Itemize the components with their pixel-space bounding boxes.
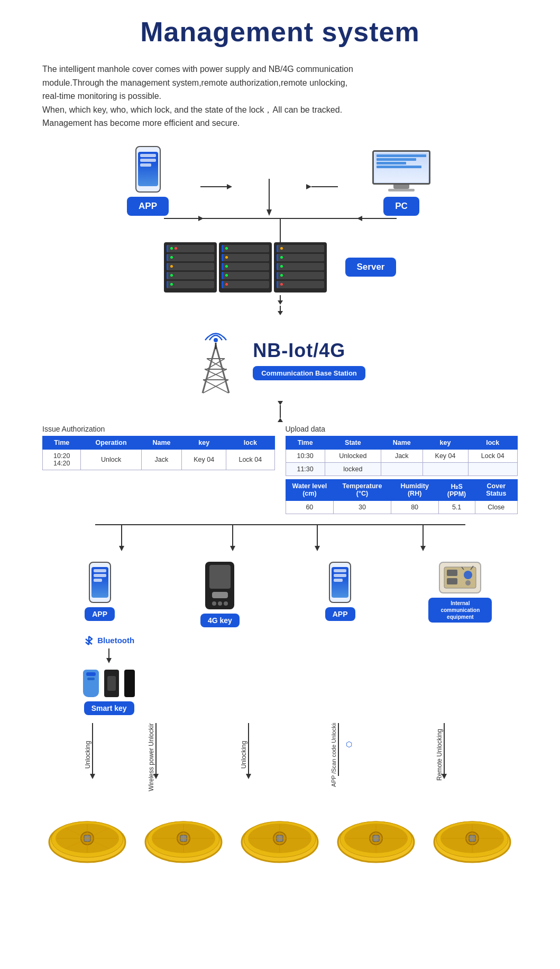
upload-data-table-2: Water level (cm) Temperature (°C) Humidi… [286,479,518,514]
bluetooth-label: Bluetooth [97,636,134,645]
upload-row-1: 10:30 Unlocked Jack Key 04 Lock 04 [286,449,518,462]
svg-marker-1 [227,184,232,189]
device-internal: Internal communication equipment [403,562,518,623]
internal-equip-icon [439,562,481,593]
upload-col-water: Water level (cm) [286,479,334,500]
device-internal-badge: Internal communication equipment [428,598,492,623]
upload-cell-time1: 10:30 [286,449,325,462]
issue-cell-op: Unlock [81,449,141,470]
svg-marker-50 [106,658,112,663]
nb-iot-label: NB-Iot/4G [253,340,345,362]
svg-point-17 [214,338,218,342]
issue-col-operation: Operation [81,436,141,449]
issue-table-title: Issue Authorization [42,425,275,433]
server-to-tower-arrow [270,295,291,322]
device-app: APP [42,562,157,621]
page-title: Management system [42,16,518,48]
monitor-icon [370,150,433,193]
upload-cell-humidity: 80 [391,500,438,514]
upload-col-temp: Temperature (°C) [334,479,391,500]
vertical-connection-lines: Unlocking Wireless power Unlocking Unloc… [42,723,518,797]
key-card-black2 [124,670,135,697]
desc-line1: The intelligent manhole cover comes with… [42,62,518,76]
svg-text:APP /Scan code Unlocking: APP /Scan code Unlocking [331,723,337,787]
upload-col-state: State [325,436,381,449]
server-rack-2 [219,242,272,292]
upload-table-title: Upload data [286,425,518,433]
issue-col-lock: lock [226,436,274,449]
key-fob-blue [83,670,99,697]
svg-point-46 [465,580,471,586]
issue-col-key: key [182,436,226,449]
svg-marker-56 [246,774,251,779]
upload-col-name: Name [381,436,423,449]
issue-cell-key: Key 04 [182,449,226,470]
issue-row-1: 10:2014:20 Unlock Jack Key 04 Lock 04 [43,449,275,470]
device-4g-key: 4G key [162,562,277,627]
svg-text:Wireless power Unlocking: Wireless power Unlocking [148,723,155,791]
upload-cell-temp: 30 [334,500,391,514]
manhole-4 [335,813,417,868]
manhole-3 [239,813,321,868]
top-connections [95,205,465,248]
upload-col-humidity: Humidity (RH) [391,479,438,500]
desc-line3: real-time monitoring is possible. [42,89,518,103]
desc-line5: Management has become more efficient and… [42,116,518,130]
svg-marker-32 [278,418,283,422]
smart-key-badge: Smart key [84,701,134,715]
svg-marker-9 [198,216,204,221]
upload-col-lock: lock [468,436,518,449]
svg-text:Unlocking: Unlocking [240,741,247,769]
svg-marker-30 [278,401,283,405]
issue-cell-name: Jack [141,449,182,470]
upload-table-section: Upload data Time State Name key lock [286,425,518,514]
upload-cell-time2: 11:30 [286,462,325,476]
upload-cell-key1: Key 04 [423,449,468,462]
svg-marker-10 [357,216,362,221]
issue-cell-lock: Lock 04 [226,449,274,470]
svg-marker-37 [230,546,235,551]
upload-col-cover: Cover Status [475,479,517,500]
desc-line2: module.Through the management system,rem… [42,76,518,90]
manholes-row [42,813,518,868]
page-container: Management system The intelligent manhol… [0,0,560,889]
tower-icon [195,324,237,396]
manhole-2 [143,813,225,868]
upload-cell-lock1: Lock 04 [468,449,518,462]
device-phone3-icon [329,562,351,603]
svg-marker-35 [119,546,124,551]
bt-arrow-down [104,648,114,664]
server-rack-3 [274,242,327,292]
description: The intelligent manhole cover comes with… [42,62,518,130]
devices-row: APP 4G key [42,562,518,627]
svg-marker-6 [306,184,311,189]
issue-col-time: Time [43,436,81,449]
server-rack-1 [164,242,217,292]
key-card-black1 [104,670,119,697]
upload-cell-name2 [381,462,423,476]
bluetooth-icon [84,635,94,646]
issue-cell-time: 10:2014:20 [43,449,81,470]
desc-line4: When, which key, who, which lock, and th… [42,103,518,117]
device-app3: APP [283,562,398,621]
svg-marker-41 [420,546,426,551]
upload-cell-name1: Jack [381,449,423,462]
upload-cell-lock2 [468,462,518,476]
upload-env-row: 60 30 80 5.1 Close [286,500,518,514]
svg-text:Remote Unlocking: Remote Unlocking [436,729,443,781]
issue-table-section: Issue Authorization Time Operation Name … [42,425,275,514]
upload-col-key: key [423,436,468,449]
tables-row: Issue Authorization Time Operation Name … [42,425,518,514]
phone-icon [135,146,161,193]
upload-cell-cover: Close [475,500,517,514]
t-junction [264,179,274,195]
bottom-connection-lines [53,519,508,551]
smart-keys-row [83,670,135,697]
upload-cell-water: 60 [286,500,334,514]
manhole-1 [47,813,128,868]
svg-text:⬡: ⬡ [346,740,352,748]
svg-point-45 [464,571,472,579]
svg-marker-39 [315,546,320,551]
device-phone-icon [89,562,111,603]
device-app3-badge: APP [325,607,355,621]
